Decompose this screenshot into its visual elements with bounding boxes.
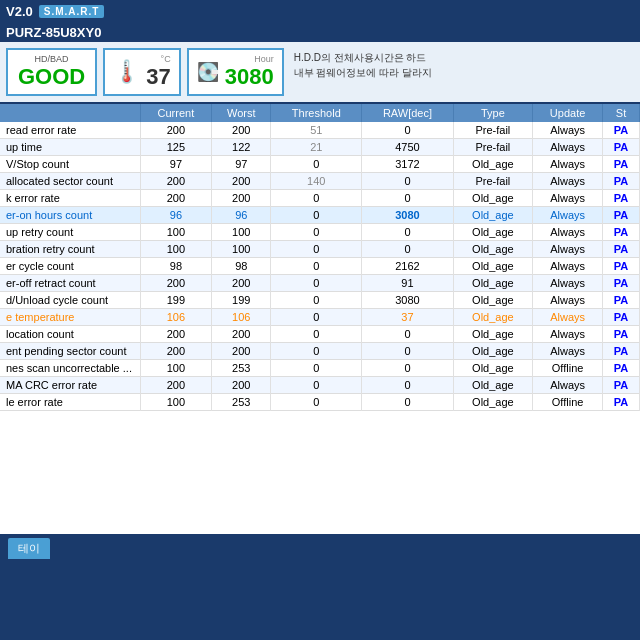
attr-name: er-on hours count (0, 207, 140, 224)
attr-raw: 3080 (362, 207, 453, 224)
attr-worst: 200 (212, 173, 271, 190)
attr-update: Always (533, 326, 603, 343)
attr-worst: 200 (212, 326, 271, 343)
attr-current: 97 (140, 156, 212, 173)
hd-bad-label: HD/BAD (35, 54, 69, 64)
table-row: le error rate 100 253 0 0 Old_age Offlin… (0, 394, 640, 411)
attr-status: PA (603, 292, 640, 309)
attr-worst: 122 (212, 139, 271, 156)
col-current: Current (140, 104, 212, 122)
attr-name: er-off retract count (0, 275, 140, 292)
attr-name: d/Unload cycle count (0, 292, 140, 309)
temperature-box: 🌡️ °C 37 (103, 48, 180, 96)
hours-box: 💽 Hour 3080 (187, 48, 284, 96)
attr-worst: 97 (212, 156, 271, 173)
attr-type: Old_age (453, 309, 533, 326)
attr-threshold: 0 (271, 156, 362, 173)
attr-update: Always (533, 224, 603, 241)
table-row: V/Stop count 97 97 0 3172 Old_age Always… (0, 156, 640, 173)
smart-table: Current Worst Threshold RAW[dec] Type Up… (0, 104, 640, 411)
attr-threshold: 0 (271, 241, 362, 258)
attr-status: PA (603, 394, 640, 411)
status-panel: HD/BAD GOOD 🌡️ °C 37 💽 Hour 3080 H.D.D의 … (0, 42, 640, 104)
attr-threshold: 0 (271, 377, 362, 394)
attr-worst: 200 (212, 122, 271, 139)
attr-raw: 0 (362, 377, 453, 394)
attr-status: PA (603, 360, 640, 377)
table-row: bration retry count 100 100 0 0 Old_age … (0, 241, 640, 258)
attr-status: PA (603, 309, 640, 326)
col-raw: RAW[dec] (362, 104, 453, 122)
attr-update: Always (533, 173, 603, 190)
attr-name: le error rate (0, 394, 140, 411)
attr-current: 200 (140, 190, 212, 207)
attr-worst: 253 (212, 394, 271, 411)
attr-raw: 2162 (362, 258, 453, 275)
bottom-tab[interactable]: 테이 (8, 538, 50, 559)
attr-current: 106 (140, 309, 212, 326)
attr-type: Old_age (453, 275, 533, 292)
temperature-value: 37 (146, 64, 170, 90)
attr-threshold: 0 (271, 190, 362, 207)
attr-raw: 4750 (362, 139, 453, 156)
attr-update: Always (533, 343, 603, 360)
attr-type: Old_age (453, 326, 533, 343)
attr-worst: 199 (212, 292, 271, 309)
attr-threshold: 0 (271, 326, 362, 343)
attr-raw: 3172 (362, 156, 453, 173)
attr-type: Old_age (453, 360, 533, 377)
attr-current: 199 (140, 292, 212, 309)
attr-name: nes scan uncorrectable ... (0, 360, 140, 377)
attr-status: PA (603, 275, 640, 292)
smart-table-container[interactable]: Current Worst Threshold RAW[dec] Type Up… (0, 104, 640, 534)
attr-current: 100 (140, 224, 212, 241)
attr-threshold: 0 (271, 360, 362, 377)
table-header-row: Current Worst Threshold RAW[dec] Type Up… (0, 104, 640, 122)
attr-name: ent pending sector count (0, 343, 140, 360)
attr-current: 200 (140, 377, 212, 394)
attr-type: Old_age (453, 377, 533, 394)
attr-raw: 0 (362, 122, 453, 139)
attr-current: 200 (140, 173, 212, 190)
attr-name: k error rate (0, 190, 140, 207)
col-worst: Worst (212, 104, 271, 122)
attr-current: 200 (140, 122, 212, 139)
col-threshold: Threshold (271, 104, 362, 122)
attr-update: Always (533, 275, 603, 292)
attr-status: PA (603, 190, 640, 207)
table-row: up retry count 100 100 0 0 Old_age Alway… (0, 224, 640, 241)
attr-update: Always (533, 190, 603, 207)
attr-worst: 106 (212, 309, 271, 326)
table-row: MA CRC error rate 200 200 0 0 Old_age Al… (0, 377, 640, 394)
attr-name: read error rate (0, 122, 140, 139)
attr-type: Old_age (453, 394, 533, 411)
attr-current: 100 (140, 241, 212, 258)
attr-threshold: 140 (271, 173, 362, 190)
table-row: location count 200 200 0 0 Old_age Alway… (0, 326, 640, 343)
attr-current: 125 (140, 139, 212, 156)
attr-threshold: 0 (271, 258, 362, 275)
temperature-icon: 🌡️ (113, 59, 140, 85)
attr-name: V/Stop count (0, 156, 140, 173)
hours-value: 3080 (225, 64, 274, 90)
attr-status: PA (603, 156, 640, 173)
attr-name: MA CRC error rate (0, 377, 140, 394)
table-row: allocated sector count 200 200 140 0 Pre… (0, 173, 640, 190)
attr-type: Old_age (453, 190, 533, 207)
table-row: read error rate 200 200 51 0 Pre-fail Al… (0, 122, 640, 139)
col-update: Update (533, 104, 603, 122)
health-status-value: GOOD (18, 64, 85, 90)
attr-status: PA (603, 224, 640, 241)
attr-raw: 0 (362, 173, 453, 190)
attr-type: Old_age (453, 343, 533, 360)
app-version: V2.0 (6, 4, 33, 19)
info-line2: 내부 펌웨어정보에 따라 달라지 (294, 65, 630, 80)
attr-threshold: 0 (271, 394, 362, 411)
attr-status: PA (603, 139, 640, 156)
attr-name: allocated sector count (0, 173, 140, 190)
attr-update: Always (533, 258, 603, 275)
attr-current: 98 (140, 258, 212, 275)
attr-threshold: 51 (271, 122, 362, 139)
attr-name: bration retry count (0, 241, 140, 258)
table-row: e temperature 106 106 0 37 Old_age Alway… (0, 309, 640, 326)
